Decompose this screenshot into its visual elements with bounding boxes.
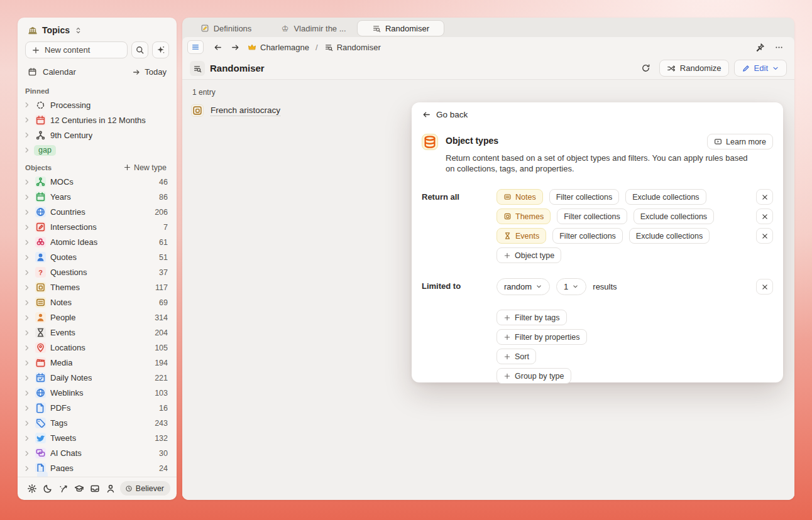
- sidebar-object-row[interactable]: PDFs16: [18, 401, 177, 416]
- new-type-button[interactable]: New type: [123, 163, 167, 172]
- sidebar-object-row[interactable]: Themes117: [18, 280, 177, 295]
- chevron-right-icon[interactable]: [23, 253, 31, 262]
- pinned-item[interactable]: 9th Century: [18, 127, 177, 143]
- chevron-right-icon[interactable]: [23, 434, 31, 443]
- remove-limit-button[interactable]: [756, 279, 773, 295]
- limit-count-select[interactable]: 1: [556, 278, 586, 295]
- chevron-right-icon[interactable]: [23, 238, 31, 247]
- breadcrumb-parent[interactable]: Charlemagne: [245, 43, 312, 52]
- sidebar-object-row[interactable]: ?Questions37: [18, 265, 177, 280]
- chevron-right-icon[interactable]: [23, 193, 31, 202]
- add-object-type-button[interactable]: Object type: [497, 247, 561, 263]
- chevron-right-icon[interactable]: [23, 131, 31, 139]
- close-icon: [761, 283, 769, 291]
- page-icon-button[interactable]: [190, 61, 205, 76]
- pinned-item[interactable]: 12 Centuries in 12 Months: [18, 112, 177, 127]
- forward-button[interactable]: [228, 40, 243, 55]
- chevron-right-icon[interactable]: [23, 464, 31, 472]
- tab-randomiser[interactable]: Randomiser: [357, 20, 444, 36]
- search-button[interactable]: [131, 41, 148, 58]
- sidebar-object-row[interactable]: Quotes51: [18, 250, 177, 265]
- sidebar-object-row[interactable]: Pages24: [18, 461, 177, 472]
- chevron-right-icon[interactable]: [23, 100, 31, 109]
- randomize-button[interactable]: Randomize: [659, 60, 729, 77]
- today-button[interactable]: Today: [132, 67, 167, 77]
- workspace-switcher[interactable]: Topics: [18, 18, 177, 40]
- notes-type-pill[interactable]: Notes: [497, 189, 543, 205]
- events-type-pill[interactable]: Events: [497, 228, 546, 244]
- pin-button[interactable]: [752, 40, 768, 55]
- ai-sparkle-button[interactable]: [152, 41, 169, 58]
- themes-type-pill[interactable]: Themes: [497, 209, 551, 224]
- filter-by-properties-button[interactable]: Filter by properties: [497, 329, 587, 345]
- filter-collections-button[interactable]: Filter collections: [552, 228, 623, 244]
- chevron-right-icon[interactable]: [23, 268, 31, 277]
- tab-definitions[interactable]: Definitions: [182, 20, 270, 36]
- chevron-right-icon[interactable]: [23, 404, 31, 413]
- sidebar-object-row[interactable]: Tags243: [18, 416, 177, 431]
- shortcuts-button[interactable]: [55, 479, 71, 497]
- chevron-right-icon[interactable]: [23, 328, 31, 337]
- settings-button[interactable]: [24, 479, 40, 497]
- dark-mode-button[interactable]: [40, 479, 55, 497]
- chevron-right-icon[interactable]: [23, 283, 31, 292]
- edit-button[interactable]: Edit: [734, 60, 787, 77]
- group-by-type-button[interactable]: Group by type: [497, 368, 571, 384]
- sidebar-object-row[interactable]: Notes69: [18, 295, 177, 310]
- chevron-right-icon[interactable]: [23, 419, 31, 428]
- learn-more-button[interactable]: Learn more: [707, 134, 773, 149]
- back-button[interactable]: [210, 40, 225, 55]
- sidebar-object-row[interactable]: Tweets132: [18, 431, 177, 446]
- chevron-right-icon[interactable]: [23, 146, 31, 154]
- account-button[interactable]: [103, 479, 119, 497]
- filter-by-tags-button[interactable]: Filter by tags: [497, 310, 567, 325]
- panel-list-toggle-button[interactable]: [187, 40, 204, 54]
- pinned-item[interactable]: Processing: [18, 97, 177, 112]
- sidebar-object-row[interactable]: Intersections7: [18, 220, 177, 235]
- exclude-collections-button[interactable]: Exclude collections: [629, 228, 710, 244]
- go-back-row[interactable]: Go back: [412, 102, 783, 126]
- sidebar-object-row[interactable]: AI Chats30: [18, 446, 177, 461]
- sort-button[interactable]: Sort: [497, 349, 536, 364]
- sidebar-object-row[interactable]: Atomic Ideas61: [18, 235, 177, 250]
- chevron-right-icon[interactable]: [23, 223, 31, 232]
- sidebar-object-row[interactable]: Daily Notes221: [18, 371, 177, 386]
- chevron-right-icon[interactable]: [23, 374, 31, 382]
- filter-collections-button[interactable]: Filter collections: [549, 189, 620, 205]
- academy-button[interactable]: [71, 479, 87, 497]
- tab-vladimir[interactable]: ♔ Vladimir the ...: [270, 20, 357, 36]
- limit-mode-select[interactable]: random: [497, 278, 550, 295]
- chevron-right-icon[interactable]: [23, 298, 31, 307]
- filter-collections-button[interactable]: Filter collections: [557, 209, 627, 224]
- sidebar-object-row[interactable]: MOCs46: [18, 175, 177, 190]
- plan-badge[interactable]: Believer: [120, 481, 170, 496]
- more-button[interactable]: [771, 40, 787, 55]
- breadcrumb-current[interactable]: Randomiser: [322, 43, 383, 52]
- remove-row-button[interactable]: [756, 209, 773, 224]
- chevron-right-icon[interactable]: [23, 313, 31, 322]
- chevron-updown-icon[interactable]: [74, 26, 82, 35]
- sidebar-object-row[interactable]: People314: [18, 310, 177, 325]
- sidebar-object-row[interactable]: Years86: [18, 190, 177, 205]
- chevron-right-icon[interactable]: [23, 116, 31, 124]
- sidebar-object-row[interactable]: Media194: [18, 355, 177, 371]
- refresh-button[interactable]: [638, 60, 654, 77]
- chevron-right-icon[interactable]: [23, 359, 31, 367]
- chevron-right-icon[interactable]: [23, 449, 31, 458]
- remove-row-button[interactable]: [756, 189, 773, 205]
- chevron-right-icon[interactable]: [23, 389, 31, 398]
- sidebar-object-row[interactable]: Events204: [18, 325, 177, 340]
- exclude-collections-button[interactable]: Exclude collections: [634, 209, 714, 224]
- new-content-button[interactable]: New content: [25, 41, 128, 58]
- chevron-right-icon[interactable]: [23, 344, 31, 352]
- pinned-item[interactable]: gap: [18, 143, 177, 157]
- sidebar-object-row[interactable]: Countries206: [18, 205, 177, 220]
- sidebar-object-row[interactable]: Weblinks103: [18, 386, 177, 401]
- exclude-collections-button[interactable]: Exclude collections: [625, 189, 706, 205]
- chevron-right-icon[interactable]: [23, 208, 31, 217]
- calendar-row[interactable]: Calendar Today: [18, 63, 177, 82]
- inbox-button[interactable]: [87, 479, 103, 497]
- sidebar-object-row[interactable]: Locations105: [18, 340, 177, 355]
- remove-row-button[interactable]: [756, 228, 773, 244]
- chevron-right-icon[interactable]: [23, 178, 31, 187]
